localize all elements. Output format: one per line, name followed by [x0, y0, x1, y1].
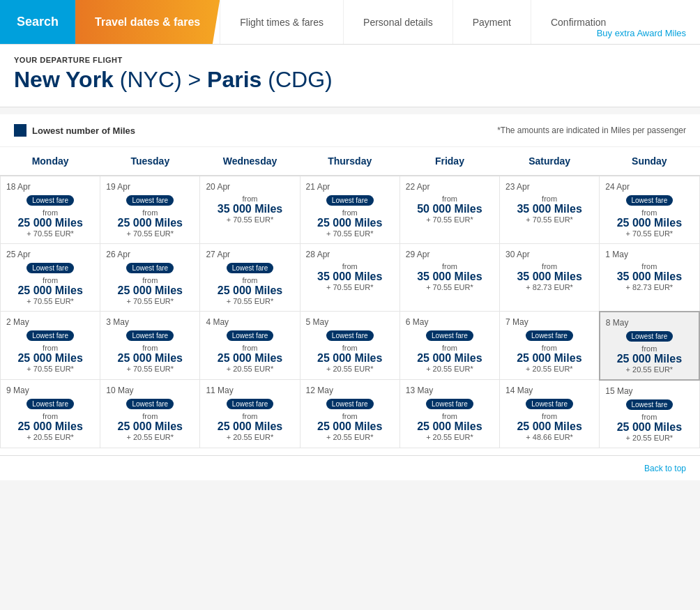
nav-search[interactable]: Search	[0, 0, 75, 44]
origin-city: New York	[14, 67, 114, 92]
calendar-cell[interactable]: 18 AprLowest farefrom25 000 Miles+ 70.55…	[1, 176, 100, 244]
nav-travel-label: Travel dates & fares	[95, 16, 200, 29]
lowest-fare-badge: Lowest fare	[126, 330, 174, 341]
cell-eur: + 48.66 EUR*	[503, 433, 596, 441]
calendar-cell[interactable]: 3 MayLowest farefrom25 000 Miles+ 70.55 …	[100, 312, 200, 380]
cell-date: 23 Apr	[503, 182, 596, 192]
cell-eur: + 70.55 EUR*	[3, 365, 97, 373]
nav-search-label: Search	[17, 15, 59, 29]
calendar-cell[interactable]: 8 MayLowest farefrom25 000 Miles+ 20.55 …	[600, 312, 699, 380]
calendar-cell[interactable]: 13 MayLowest farefrom25 000 Miles+ 20.55…	[400, 380, 499, 448]
back-to-top-link[interactable]: Back to top	[644, 464, 686, 473]
calendar-week-row: 2 MayLowest farefrom25 000 Miles+ 70.55 …	[1, 312, 700, 380]
cell-miles: 25 000 Miles	[203, 420, 296, 433]
calendar-cell[interactable]: 24 AprLowest farefrom25 000 Miles+ 70.55…	[600, 176, 699, 244]
per-passenger-note: *The amounts are indicated in Miles per …	[497, 125, 686, 135]
calendar-week-row: 18 AprLowest farefrom25 000 Miles+ 70.55…	[1, 176, 700, 244]
calendar-cell[interactable]: 12 MayLowest farefrom25 000 Miles+ 20.55…	[300, 380, 400, 448]
cell-eur: + 82.73 EUR*	[602, 283, 696, 291]
calendar-cell[interactable]: 10 MayLowest farefrom25 000 Miles+ 20.55…	[100, 380, 200, 448]
calendar-table: MondayTuesdayWednesdayThursdayFridaySatu…	[0, 147, 700, 448]
cell-date: 22 Apr	[403, 182, 496, 192]
lowest-fare-badge: Lowest fare	[126, 195, 174, 206]
lowest-fare-badge: Lowest fare	[326, 330, 374, 341]
calendar-cell[interactable]: 20 Aprfrom35 000 Miles+ 70.55 EUR*	[200, 176, 300, 244]
cell-from-label: from	[303, 262, 397, 270]
calendar-day-header: Friday	[400, 147, 499, 176]
cell-date: 10 May	[103, 386, 197, 395]
calendar-day-header: Saturday	[500, 147, 600, 176]
lowest-miles-icon	[14, 124, 26, 137]
cell-miles: 25 000 Miles	[103, 217, 197, 229]
cell-miles: 25 000 Miles	[602, 217, 696, 229]
lowest-fare-badge: Lowest fare	[26, 263, 74, 273]
nav-personal[interactable]: Personal details	[343, 0, 452, 44]
cell-from-label: from	[403, 412, 496, 420]
lowest-fare-badge: Lowest fare	[426, 330, 473, 341]
cell-date: 13 May	[403, 386, 496, 395]
cell-date: 5 May	[303, 317, 397, 327]
calendar-cell[interactable]: 28 Aprfrom35 000 Miles+ 70.55 EUR*	[300, 244, 400, 312]
cell-eur: + 70.55 EUR*	[3, 229, 97, 238]
cell-eur: + 20.55 EUR*	[303, 433, 397, 441]
cell-eur: + 70.55 EUR*	[602, 229, 696, 238]
cell-eur: + 70.55 EUR*	[303, 283, 397, 291]
cell-eur: + 20.55 EUR*	[403, 365, 496, 373]
nav-flights-label: Flight times & fares	[240, 17, 324, 28]
calendar-cell[interactable]: 14 MayLowest farefrom25 000 Miles+ 48.66…	[500, 380, 600, 448]
lowest-fare-badge: Lowest fare	[126, 263, 174, 273]
cell-from-label: from	[602, 413, 696, 421]
cell-miles: 25 000 Miles	[503, 420, 596, 433]
page-header: Buy extra Award Miles YOUR DEPARTURE FLI…	[0, 45, 700, 107]
calendar-day-header: Thursday	[300, 147, 400, 176]
calendar-cell[interactable]: 25 AprLowest farefrom25 000 Miles+ 70.55…	[1, 244, 100, 312]
cell-from-label: from	[103, 344, 197, 352]
lowest-fare-badge: Lowest fare	[126, 399, 174, 409]
cell-from-label: from	[3, 344, 97, 352]
calendar-cell[interactable]: 6 MayLowest farefrom25 000 Miles+ 20.55 …	[400, 312, 499, 380]
cell-from-label: from	[303, 344, 397, 352]
cell-miles: 25 000 Miles	[3, 420, 97, 433]
calendar-cell[interactable]: 27 AprLowest farefrom25 000 Miles+ 70.55…	[200, 244, 300, 312]
calendar-cell[interactable]: 4 MayLowest farefrom25 000 Miles+ 20.55 …	[200, 312, 300, 380]
cell-from-label: from	[503, 262, 596, 270]
cell-from-label: from	[103, 276, 197, 284]
cell-miles: 50 000 Miles	[403, 203, 496, 215]
calendar-cell[interactable]: 30 Aprfrom35 000 Miles+ 82.73 EUR*	[500, 244, 600, 312]
cell-eur: + 70.55 EUR*	[103, 365, 197, 373]
cell-from-label: from	[303, 412, 397, 420]
cell-eur: + 20.55 EUR*	[303, 365, 397, 373]
calendar-cell[interactable]: 23 Aprfrom35 000 Miles+ 70.55 EUR*	[500, 176, 600, 244]
lowest-fare-badge: Lowest fare	[626, 331, 674, 342]
cell-from-label: from	[203, 195, 296, 203]
controls-bar: Lowest number of Miles *The amounts are …	[0, 114, 700, 147]
cell-eur: + 20.55 EUR*	[503, 365, 596, 373]
calendar-cell[interactable]: 1 Mayfrom35 000 Miles+ 82.73 EUR*	[600, 244, 699, 312]
lowest-fare-badge: Lowest fare	[326, 195, 374, 206]
nav-payment[interactable]: Payment	[452, 0, 531, 44]
cell-date: 11 May	[203, 386, 296, 395]
nav-confirmation[interactable]: Confirmation	[531, 0, 625, 44]
footer-bar: Back to top	[0, 455, 700, 480]
calendar-cell[interactable]: 19 AprLowest farefrom25 000 Miles+ 70.55…	[100, 176, 200, 244]
calendar-cell[interactable]: 7 MayLowest farefrom25 000 Miles+ 20.55 …	[500, 312, 600, 380]
calendar-cell[interactable]: 11 MayLowest farefrom25 000 Miles+ 20.55…	[200, 380, 300, 448]
cell-miles: 25 000 Miles	[303, 217, 397, 229]
cell-date: 28 Apr	[303, 250, 397, 259]
calendar-cell[interactable]: 2 MayLowest farefrom25 000 Miles+ 70.55 …	[1, 312, 100, 380]
lowest-fare-badge: Lowest fare	[626, 195, 674, 206]
lowest-fare-badge: Lowest fare	[26, 330, 74, 341]
calendar-cell[interactable]: 22 Aprfrom50 000 Miles+ 70.55 EUR*	[400, 176, 499, 244]
calendar-cell[interactable]: 9 MayLowest farefrom25 000 Miles+ 20.55 …	[1, 380, 100, 448]
calendar-cell[interactable]: 21 AprLowest farefrom25 000 Miles+ 70.55…	[300, 176, 400, 244]
calendar-cell[interactable]: 29 Aprfrom35 000 Miles+ 70.55 EUR*	[400, 244, 499, 312]
cell-from-label: from	[103, 208, 197, 217]
cell-date: 19 Apr	[103, 182, 197, 192]
calendar-cell[interactable]: 5 MayLowest farefrom25 000 Miles+ 20.55 …	[300, 312, 400, 380]
calendar-cell[interactable]: 15 MayLowest farefrom25 000 Miles+ 20.55…	[600, 380, 699, 448]
nav-flights[interactable]: Flight times & fares	[220, 0, 343, 44]
calendar-cell[interactable]: 26 AprLowest farefrom25 000 Miles+ 70.55…	[100, 244, 200, 312]
cell-miles: 25 000 Miles	[403, 420, 496, 433]
cell-from-label: from	[403, 262, 496, 270]
nav-travel[interactable]: Travel dates & fares	[75, 0, 220, 44]
